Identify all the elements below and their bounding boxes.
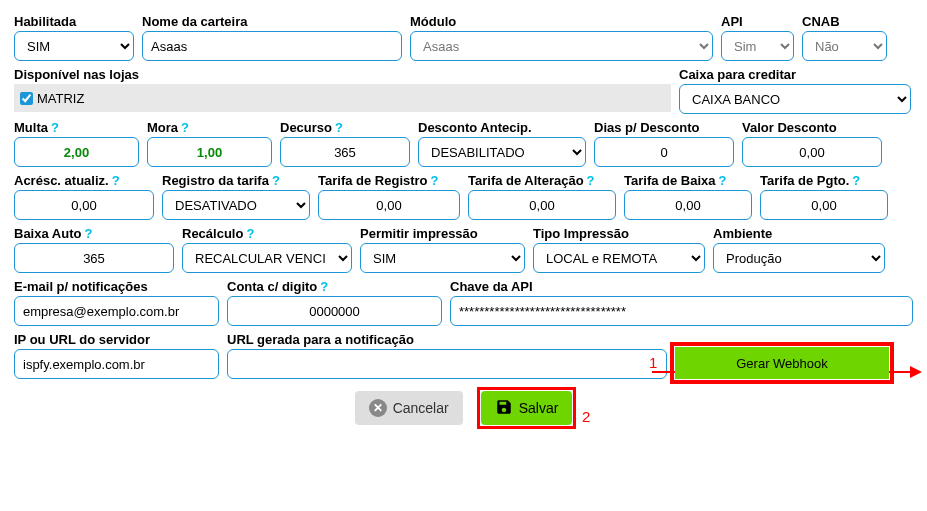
matriz-checkbox[interactable]	[20, 92, 33, 105]
annotation-1: 1	[649, 354, 657, 371]
help-icon: ?	[320, 280, 328, 293]
caixa-select[interactable]: CAIXA BANCO	[679, 84, 911, 114]
tipo-label: Tipo Impressão	[533, 226, 705, 241]
help-icon: ?	[181, 121, 189, 134]
tarifa-reg-label: Tarifa de Registro	[318, 173, 428, 188]
save-icon	[495, 398, 513, 419]
tarifa-reg-input[interactable]	[318, 190, 460, 220]
desconto-label: Desconto Antecip.	[418, 120, 586, 135]
ip-input[interactable]	[14, 349, 219, 379]
modulo-label: Módulo	[410, 14, 713, 29]
cnab-label: CNAB	[802, 14, 887, 29]
conta-label: Conta c/ digito	[227, 279, 317, 294]
help-icon: ?	[587, 174, 595, 187]
nome-input[interactable]	[142, 31, 402, 61]
help-icon: ?	[431, 174, 439, 187]
tarifa-baixa-input[interactable]	[624, 190, 752, 220]
api-select[interactable]: Sim	[721, 31, 794, 61]
tarifa-alt-label: Tarifa de Alteração	[468, 173, 584, 188]
habilitada-select[interactable]: SIM	[14, 31, 134, 61]
lojas-label: Disponível nas lojas	[14, 67, 671, 82]
caixa-label: Caixa para creditar	[679, 67, 911, 82]
api-label: API	[721, 14, 794, 29]
ambiente-select[interactable]: Produção	[713, 243, 885, 273]
permitir-label: Permitir impressão	[360, 226, 525, 241]
ip-label: IP ou URL do servidor	[14, 332, 219, 347]
baixa-label: Baixa Auto	[14, 226, 81, 241]
help-icon: ?	[852, 174, 860, 187]
help-icon: ?	[335, 121, 343, 134]
valor-label: Valor Desconto	[742, 120, 882, 135]
svg-marker-1	[910, 366, 922, 378]
url-output	[227, 349, 667, 379]
acresc-input[interactable]	[14, 190, 154, 220]
mora-input[interactable]	[147, 137, 272, 167]
matriz-label: MATRIZ	[37, 91, 84, 106]
help-icon: ?	[246, 227, 254, 240]
tipo-select[interactable]: LOCAL e REMOTA	[533, 243, 705, 273]
modulo-select[interactable]: Asaas	[410, 31, 713, 61]
email-label: E-mail p/ notificações	[14, 279, 219, 294]
chave-input[interactable]	[450, 296, 913, 326]
url-label: URL gerada para a notificação	[227, 332, 667, 347]
help-icon: ?	[719, 174, 727, 187]
cancelar-button[interactable]: ✕ Cancelar	[355, 391, 463, 425]
tarifa-pgto-input[interactable]	[760, 190, 888, 220]
habilitada-label: Habilitada	[14, 14, 134, 29]
baixa-input[interactable]	[14, 243, 174, 273]
tarifa-alt-input[interactable]	[468, 190, 616, 220]
acresc-label: Acrésc. atualiz.	[14, 173, 109, 188]
salvar-button[interactable]: Salvar	[481, 391, 573, 425]
lojas-box: MATRIZ	[14, 84, 671, 112]
annotation-2: 2	[582, 408, 590, 425]
valor-input[interactable]	[742, 137, 882, 167]
multa-label: Multa	[14, 120, 48, 135]
decurso-input[interactable]	[280, 137, 410, 167]
gerar-webhook-button[interactable]: Gerar Webhook	[675, 347, 889, 379]
ambiente-label: Ambiente	[713, 226, 885, 241]
help-icon: ?	[272, 174, 280, 187]
recalc-label: Recálculo	[182, 226, 243, 241]
tarifa-pgto-label: Tarifa de Pgto.	[760, 173, 849, 188]
help-icon: ?	[51, 121, 59, 134]
close-icon: ✕	[369, 399, 387, 417]
chave-label: Chave da API	[450, 279, 913, 294]
conta-input[interactable]	[227, 296, 442, 326]
help-icon: ?	[112, 174, 120, 187]
desconto-select[interactable]: DESABILITADO	[418, 137, 586, 167]
salvar-label: Salvar	[519, 400, 559, 416]
tarifa-baixa-label: Tarifa de Baixa	[624, 173, 716, 188]
nome-label: Nome da carteira	[142, 14, 402, 29]
recalc-select[interactable]: RECALCULAR VENCI	[182, 243, 352, 273]
dias-input[interactable]	[594, 137, 734, 167]
registro-select[interactable]: DESATIVADO	[162, 190, 310, 220]
decurso-label: Decurso	[280, 120, 332, 135]
mora-label: Mora	[147, 120, 178, 135]
permitir-select[interactable]: SIM	[360, 243, 525, 273]
multa-input[interactable]	[14, 137, 139, 167]
help-icon: ?	[84, 227, 92, 240]
cancelar-label: Cancelar	[393, 400, 449, 416]
cnab-select[interactable]: Não	[802, 31, 887, 61]
email-input[interactable]	[14, 296, 219, 326]
dias-label: Dias p/ Desconto	[594, 120, 734, 135]
registro-label: Registro da tarifa	[162, 173, 269, 188]
